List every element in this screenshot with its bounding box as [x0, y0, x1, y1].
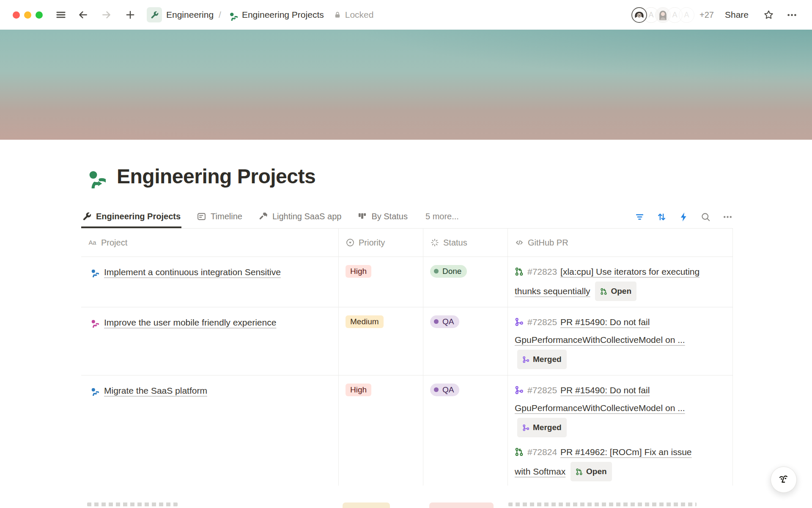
column-header-label: Priority [359, 238, 385, 248]
database-table: Project Priority Status GitHub PR Implem… [81, 229, 733, 488]
pr-state-icon [515, 267, 524, 276]
back-arrow-icon [77, 9, 88, 20]
github-pr-entry: #72825PR #15490: Do not fail GpuPerforma… [515, 381, 704, 436]
avatar-overflow-count[interactable]: +27 [700, 10, 714, 20]
status-dot [434, 319, 439, 324]
pr-badge-state-icon [522, 424, 529, 431]
status-tag[interactable]: QA [430, 384, 459, 396]
status-tag[interactable]: QA [430, 315, 459, 328]
project-title-link[interactable]: Migrate the SaaS platform [104, 386, 207, 395]
pr-status-badge[interactable]: Open [595, 282, 636, 301]
pr-number: #72823 [527, 267, 557, 276]
view-tab-timeline[interactable]: Timeline [196, 212, 243, 228]
pr-badge-label: Open [586, 463, 607, 480]
pr-status-badge[interactable]: Merged [517, 418, 567, 437]
pr-state-icon [515, 318, 524, 326]
page-title[interactable]: Engineering Projects [117, 165, 315, 188]
avatar[interactable]: A [679, 7, 694, 23]
priority-cell[interactable]: Medium [338, 307, 423, 375]
view-tab-label: Engineering Projects [96, 212, 181, 221]
status-cell[interactable]: Done [423, 257, 508, 307]
more-views-button[interactable]: 5 more... [423, 211, 461, 228]
view-tab-label: By Status [371, 212, 408, 221]
view-tab-label: Timeline [211, 212, 242, 221]
notion-ai-button[interactable] [771, 467, 797, 493]
new-tab-button[interactable] [123, 8, 137, 22]
priority-tag[interactable]: Medium [346, 315, 384, 328]
page-loop-icon [226, 9, 238, 21]
automations-button[interactable] [678, 212, 689, 222]
priority-tag[interactable]: High [346, 265, 371, 278]
table-row: Improve the user mobile friendly experie… [81, 307, 733, 375]
project-loop-icon [88, 385, 99, 396]
breadcrumb-page[interactable]: Engineering Projects [242, 10, 324, 20]
minimize-window-button[interactable] [24, 11, 31, 19]
column-header-github-pr[interactable]: GitHub PR [508, 229, 733, 257]
star-icon [763, 9, 774, 21]
pr-status-badge[interactable]: Open [571, 462, 612, 481]
page-loop-icon-large[interactable] [81, 164, 106, 188]
view-controls [634, 212, 733, 228]
pr-status-badge[interactable]: Merged [517, 350, 567, 369]
status-cell[interactable]: QA [423, 307, 508, 375]
avatar[interactable] [631, 7, 647, 23]
view-tab-by-status[interactable]: By Status [357, 212, 409, 228]
view-tabs: Engineering Projects Timeline Lighting S… [81, 204, 733, 229]
view-tab-icon [197, 212, 206, 221]
filter-button[interactable] [634, 212, 645, 222]
lock-icon [333, 11, 342, 19]
project-title-link[interactable]: Implement a continuous integration Sensi… [104, 267, 281, 277]
github-pr-entry: #72824PR #14962: [ROCm] Fix an issue wit… [515, 443, 704, 480]
column-header-icon [515, 238, 524, 247]
view-tab-engineering-projects[interactable]: Engineering Projects [81, 212, 181, 228]
column-header-icon [430, 238, 439, 247]
sort-button[interactable] [656, 212, 667, 222]
view-options-button[interactable] [722, 212, 733, 222]
wrench-icon [150, 11, 159, 19]
back-button[interactable] [76, 8, 90, 22]
column-header-priority[interactable]: Priority [338, 229, 423, 257]
status-dot [434, 269, 439, 273]
github-pr-cell[interactable]: #72823[xla:cpu] Use iterators for execut… [508, 257, 733, 307]
sidebar-menu-button[interactable] [54, 8, 68, 22]
project-loop-icon [88, 317, 99, 328]
breadcrumb-root[interactable]: Engineering [166, 10, 214, 20]
view-tab-icon [82, 212, 92, 221]
view-tab-lighting-saas-app[interactable]: Lighting SaaS app [258, 212, 342, 228]
collaborator-avatars[interactable]: A A A [631, 7, 694, 23]
pr-badge-state-icon [600, 288, 607, 295]
project-title-link[interactable]: Improve the user mobile friendly experie… [104, 318, 276, 327]
status-tag[interactable]: Done [430, 265, 467, 278]
status-cell[interactable]: QA [423, 375, 508, 487]
search-button[interactable] [700, 212, 711, 222]
page-cover-image [0, 30, 812, 140]
github-pr-cell[interactable]: #72825PR #15490: Do not fail GpuPerforma… [508, 375, 733, 487]
github-pr-entry: #72823[xla:cpu] Use iterators for execut… [515, 263, 704, 300]
partial-project-text [87, 502, 178, 506]
pr-number: #72825 [527, 317, 557, 327]
pr-number: #72824 [527, 447, 557, 457]
pr-badge-state-icon [576, 468, 583, 475]
column-header-project[interactable]: Project [81, 229, 338, 257]
priority-cell[interactable]: High [338, 257, 423, 307]
partial-pr-text [508, 502, 697, 506]
zoom-window-button[interactable] [36, 11, 43, 19]
close-window-button[interactable] [13, 11, 20, 19]
project-cell[interactable]: Implement a continuous integration Sensi… [81, 257, 338, 307]
github-pr-cell[interactable]: #72825PR #15490: Do not fail GpuPerforma… [508, 307, 733, 375]
column-header-icon [346, 238, 355, 247]
partial-status-pill [429, 502, 494, 508]
page-options-button[interactable] [785, 8, 799, 22]
favorite-button[interactable] [761, 8, 776, 22]
priority-cell[interactable]: High [338, 375, 423, 487]
project-cell[interactable]: Improve the user mobile friendly experie… [81, 307, 338, 375]
breadcrumb-root-chip[interactable] [147, 7, 162, 22]
project-cell[interactable]: Migrate the SaaS platform [81, 375, 338, 487]
column-header-status[interactable]: Status [423, 229, 508, 257]
share-button[interactable]: Share [722, 9, 751, 20]
priority-tag[interactable]: High [346, 384, 371, 396]
forward-button[interactable] [99, 8, 114, 22]
locked-indicator[interactable]: Locked [333, 10, 374, 20]
column-header-label: Status [443, 238, 467, 248]
search-icon [700, 212, 711, 222]
